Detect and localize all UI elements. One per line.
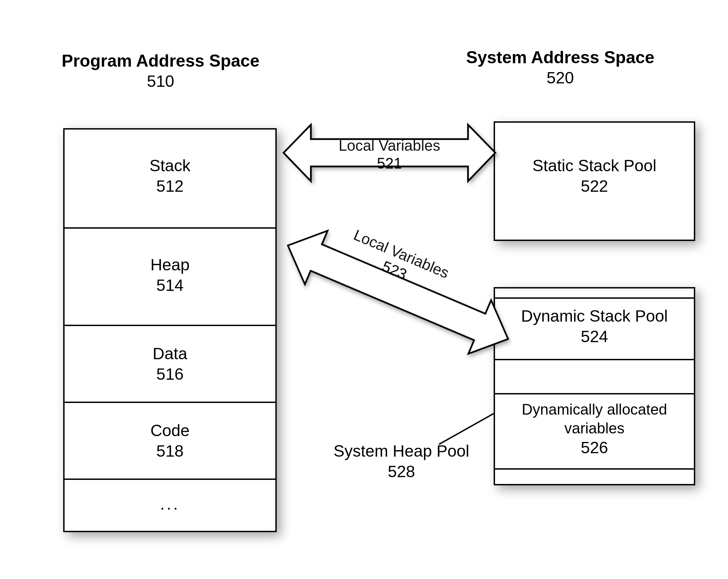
arrow-521-number: 521 xyxy=(311,155,468,172)
system-heap-pool-number: 528 xyxy=(325,461,478,482)
arrow-521-text: Local Variables 521 xyxy=(311,137,468,172)
data-number: 516 xyxy=(63,364,277,385)
static-stack-pool-cell: Static Stack Pool 522 xyxy=(494,156,695,197)
data-label: Data xyxy=(63,344,277,364)
right-number-text: 520 xyxy=(547,69,574,87)
divider-left-3 xyxy=(63,402,277,403)
right-title-text: System Address Space xyxy=(466,48,654,67)
stack-number: 512 xyxy=(63,176,277,197)
arrow-local-variables-523 xyxy=(278,210,518,374)
left-title-text: Program Address Space xyxy=(62,51,260,70)
divider-right-4 xyxy=(494,468,695,470)
code-number: 518 xyxy=(63,441,277,461)
dyn-alloc-label: Dynamically allocated variables xyxy=(494,400,695,437)
ellipsis-cell: ... xyxy=(63,494,277,514)
code-cell: Code 518 xyxy=(63,420,277,461)
heap-cell: Heap 514 xyxy=(63,255,277,296)
divider-right-1 xyxy=(494,297,695,299)
static-stack-pool-label: Static Stack Pool xyxy=(494,156,695,176)
system-address-space-number: 520 xyxy=(441,68,680,87)
divider-left-1 xyxy=(63,227,277,229)
left-number-text: 510 xyxy=(147,72,174,90)
program-address-space-number: 510 xyxy=(58,72,263,91)
ellipsis-label: ... xyxy=(63,494,277,514)
dyn-alloc-cell: Dynamically allocated variables 526 xyxy=(494,400,695,458)
system-heap-pool-leader-line xyxy=(439,410,507,451)
divider-left-2 xyxy=(63,325,277,326)
svg-line-0 xyxy=(439,414,494,444)
heap-label: Heap xyxy=(63,255,277,275)
program-address-space-title: Program Address Space xyxy=(58,51,263,71)
code-label: Code xyxy=(63,420,277,441)
dynamic-stack-pool-label: Dynamic Stack Pool xyxy=(494,306,695,326)
divider-right-2 xyxy=(494,359,695,360)
dynamic-stack-pool-number: 524 xyxy=(494,326,695,347)
dyn-alloc-number: 526 xyxy=(494,437,695,458)
divider-left-4 xyxy=(63,479,277,480)
arrow-521-label: Local Variables xyxy=(311,137,468,155)
divider-right-3 xyxy=(494,393,695,394)
heap-number: 514 xyxy=(63,275,277,296)
svg-marker-2 xyxy=(277,219,520,366)
system-address-space-title: System Address Space xyxy=(441,48,680,68)
stack-label: Stack xyxy=(63,156,277,176)
data-cell: Data 516 xyxy=(63,344,277,385)
stack-cell: Stack 512 xyxy=(63,156,277,197)
static-stack-pool-number: 522 xyxy=(494,176,695,197)
dynamic-stack-pool-cell: Dynamic Stack Pool 524 xyxy=(494,306,695,347)
